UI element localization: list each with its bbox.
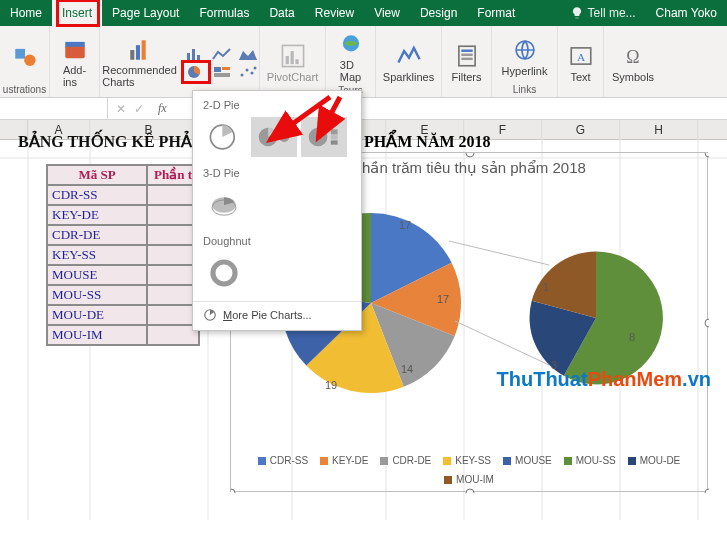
chart-legend: CDR-SS KEY-DE CDR-DE KEY-SS MOUSE MOU-SS… xyxy=(231,455,707,485)
svg-point-1 xyxy=(24,55,35,66)
table-cell[interactable]: MOU-DE xyxy=(47,305,147,325)
ribbon: ustrations Add- ins Recommended Charts xyxy=(0,26,727,98)
pie-chart-dropdown: 2-D Pie 3-D Pie Doughnut MMore Pie Chart… xyxy=(192,90,362,331)
table-cell[interactable]: KEY-DE xyxy=(47,205,147,225)
sheet-title-right: PHẨM NĂM 2018 xyxy=(364,132,491,151)
insert-line-chart-button[interactable] xyxy=(211,46,233,62)
pie-option-doughnut[interactable] xyxy=(201,253,247,293)
name-box[interactable] xyxy=(0,98,108,119)
svg-point-15 xyxy=(240,73,243,76)
svg-text:Ω: Ω xyxy=(626,46,639,66)
svg-point-53 xyxy=(259,128,278,147)
svg-rect-21 xyxy=(290,51,293,64)
group-label-illustrations: ustrations xyxy=(3,84,46,95)
3d-map-button[interactable]: 3D Map xyxy=(336,30,366,85)
data-label: 8 xyxy=(629,331,635,343)
text-button[interactable]: A Text xyxy=(566,41,596,85)
addins-button[interactable]: Add- ins xyxy=(60,35,90,90)
svg-point-55 xyxy=(309,128,328,147)
table-header-ma-sp: Mã SP xyxy=(47,165,147,185)
cancel-formula-icon[interactable]: ✕ xyxy=(116,102,126,116)
group-label-links: Links xyxy=(513,84,536,95)
fx-icon[interactable]: fx xyxy=(152,101,173,116)
tab-view[interactable]: View xyxy=(364,0,410,26)
svg-point-17 xyxy=(250,71,253,74)
svg-rect-22 xyxy=(295,59,298,64)
svg-rect-13 xyxy=(222,67,230,70)
symbols-button[interactable]: Ω Symbols xyxy=(610,41,656,85)
data-label: 1 xyxy=(543,281,549,293)
sheet-title-left: BẢNG THỐNG KÊ PHẢN xyxy=(18,132,203,151)
pie-option-bar-of-pie[interactable] xyxy=(301,117,347,157)
account-user[interactable]: Cham Yoko xyxy=(646,0,727,26)
tab-review[interactable]: Review xyxy=(305,0,364,26)
svg-rect-26 xyxy=(461,53,472,55)
table-cell[interactable]: CDR-SS xyxy=(47,185,147,205)
svg-rect-4 xyxy=(130,50,134,60)
table-cell[interactable]: MOUSE xyxy=(47,265,147,285)
insert-pie-chart-button[interactable] xyxy=(185,64,207,80)
svg-text:A: A xyxy=(576,50,585,62)
table-cell[interactable]: CDR-DE xyxy=(47,225,147,245)
svg-point-16 xyxy=(245,68,248,71)
svg-rect-0 xyxy=(15,49,25,59)
more-pie-charts-button[interactable]: MMore Pie Charts...ore Pie Charts... xyxy=(193,301,361,326)
table-cell[interactable]: MOU-SS xyxy=(47,285,147,305)
svg-point-61 xyxy=(213,262,235,284)
tab-insert[interactable]: Insert xyxy=(52,0,102,26)
slicer-icon xyxy=(454,43,480,69)
dropdown-header-3d-pie: 3-D Pie xyxy=(193,165,361,185)
hyperlink-icon xyxy=(512,37,538,63)
data-table[interactable]: Mã SP Phần t CDR-SS KEY-DE CDR-DE KEY-SS… xyxy=(46,164,200,346)
table-cell[interactable]: KEY-SS xyxy=(47,245,147,265)
tab-page-layout[interactable]: Page Layout xyxy=(102,0,189,26)
pie-option-3d-pie[interactable] xyxy=(201,185,247,225)
recommended-charts-button[interactable]: Recommended Charts xyxy=(100,35,179,90)
tell-me-search[interactable]: Tell me... xyxy=(560,0,646,26)
dropdown-header-doughnut: Doughnut xyxy=(193,233,361,253)
svg-rect-2 xyxy=(65,45,85,58)
table-cell[interactable]: MOU-IM xyxy=(47,325,147,345)
tab-formulas[interactable]: Formulas xyxy=(189,0,259,26)
svg-rect-20 xyxy=(285,56,288,64)
svg-point-52 xyxy=(210,125,234,149)
svg-point-11 xyxy=(188,66,200,78)
globe-icon xyxy=(338,32,364,58)
pie-option-pie-of-pie[interactable] xyxy=(251,117,297,157)
tab-data[interactable]: Data xyxy=(259,0,304,26)
insert-area-chart-button[interactable] xyxy=(237,46,259,62)
hyperlink-button[interactable]: Hyperlink xyxy=(500,35,550,79)
pie-icon xyxy=(203,308,217,322)
chart-type-gallery xyxy=(185,46,259,80)
enter-formula-icon[interactable]: ✓ xyxy=(134,102,144,116)
tab-home[interactable]: Home xyxy=(0,0,52,26)
illustrations-placeholder[interactable] xyxy=(10,42,40,72)
pie-option-2d-pie[interactable] xyxy=(201,117,247,157)
lightbulb-icon xyxy=(570,6,584,20)
insert-hierarchy-chart-button[interactable] xyxy=(211,64,233,80)
svg-rect-5 xyxy=(135,45,139,60)
svg-rect-12 xyxy=(214,67,221,72)
svg-rect-56 xyxy=(331,129,338,134)
svg-rect-6 xyxy=(141,40,145,60)
insert-scatter-chart-button[interactable] xyxy=(237,64,259,80)
pivotchart-button[interactable]: PivotChart xyxy=(265,41,320,85)
formula-bar: ✕ ✓ fx xyxy=(0,98,727,120)
svg-marker-10 xyxy=(239,50,257,60)
recommended-charts-icon xyxy=(127,37,153,63)
store-icon xyxy=(62,37,88,63)
svg-point-54 xyxy=(279,132,289,142)
svg-rect-57 xyxy=(331,135,338,139)
svg-rect-27 xyxy=(461,57,472,59)
filters-button[interactable]: Filters xyxy=(450,41,484,85)
sparkline-icon xyxy=(396,43,422,69)
svg-rect-3 xyxy=(65,42,85,47)
textbox-icon: A xyxy=(568,43,594,69)
tab-design[interactable]: Design xyxy=(410,0,467,26)
pivotchart-icon xyxy=(280,43,306,69)
svg-rect-14 xyxy=(214,73,230,77)
dropdown-header-2d-pie: 2-D Pie xyxy=(193,97,361,117)
tab-format[interactable]: Format xyxy=(467,0,525,26)
omega-icon: Ω xyxy=(620,43,646,69)
sparklines-button[interactable]: Sparklines xyxy=(381,41,436,85)
